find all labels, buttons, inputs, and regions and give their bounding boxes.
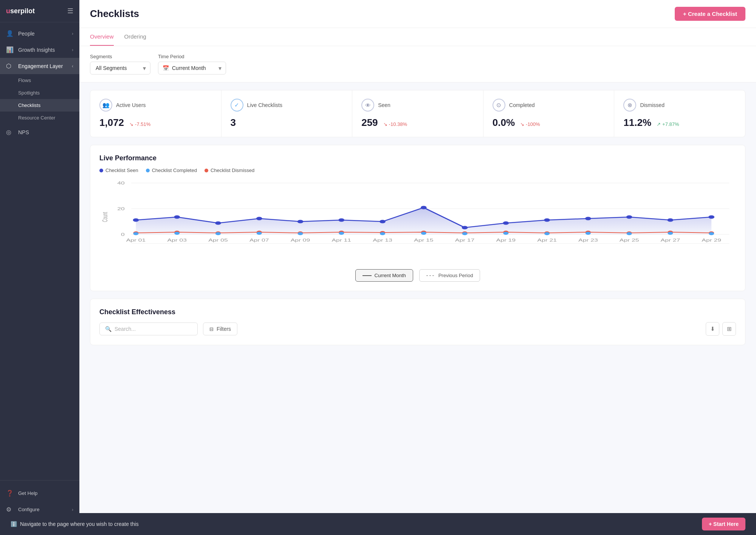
filters-row: Segments All Segments Time Period 📅 Curr… xyxy=(79,46,756,82)
effectiveness-section: Checklist Effectiveness 🔍 ⊟ Filters ⬇ ⊞ xyxy=(90,299,745,345)
seen-dot-3 xyxy=(256,217,262,220)
stat-change-active-users: ↘ -7.51% xyxy=(129,121,150,127)
seen-dot-13 xyxy=(667,219,673,222)
stat-card-seen: 👁 Seen 259 ↘ -10.38% xyxy=(352,90,483,137)
svg-text:Apr 07: Apr 07 xyxy=(249,238,269,242)
seen-dot-1 xyxy=(174,216,180,219)
sidebar-sub-flows[interactable]: Flows xyxy=(0,74,79,87)
search-icon: 🔍 xyxy=(105,326,112,332)
sidebar-item-label-engagement: Engagement Layer xyxy=(18,63,63,69)
seen-icon: 👁 xyxy=(361,99,374,112)
completed-dot-6 xyxy=(380,232,385,235)
stat-change-completed: ↘ -100% xyxy=(520,121,540,127)
sidebar-sub-label-flows: Flows xyxy=(18,78,31,83)
sidebar-item-get-help[interactable]: ❓ Get Help xyxy=(0,485,79,501)
tab-overview[interactable]: Overview xyxy=(90,28,114,46)
live-checklists-icon: ✓ xyxy=(231,99,243,112)
current-month-line-icon xyxy=(363,275,372,276)
tabs-bar: Overview Ordering xyxy=(79,28,756,46)
chart-legend: Checklist Seen Checklist Completed Check… xyxy=(99,167,736,173)
segments-filter-group: Segments All Segments xyxy=(90,54,150,74)
completed-dot-10 xyxy=(544,232,550,235)
seen-area-fill xyxy=(136,208,711,234)
sidebar-item-label-growth: Growth Insights xyxy=(18,47,55,53)
sidebar-item-growth-insights[interactable]: 📊 Growth Insights › xyxy=(0,42,79,58)
stat-name-live-checklists: Live Checklists xyxy=(247,102,282,108)
svg-text:Apr 21: Apr 21 xyxy=(537,238,557,242)
trend-down-icon-seen: ↘ xyxy=(383,121,387,127)
previous-period-label: Previous Period xyxy=(438,273,473,278)
stat-header-dismissed: ⊗ Dismissed xyxy=(623,99,736,112)
stat-card-live-checklists: ✓ Live Checklists 3 xyxy=(222,90,353,137)
sidebar-item-nps[interactable]: ◎ NPS xyxy=(0,124,79,140)
logo-u: u xyxy=(6,7,10,15)
legend-seen: Checklist Seen xyxy=(99,167,138,173)
segments-select-wrapper: All Segments xyxy=(90,62,150,74)
legend-label-dismissed: Checklist Dismissed xyxy=(211,167,254,173)
stat-value-active-users: 1,072 xyxy=(99,117,124,129)
tab-ordering[interactable]: Ordering xyxy=(124,28,146,46)
seen-dot-11 xyxy=(585,217,591,220)
growth-insights-icon: 📊 xyxy=(6,46,14,53)
chevron-right-icon-growth: › xyxy=(72,47,73,53)
chevron-right-configure-icon: › xyxy=(72,507,73,512)
svg-text:40: 40 xyxy=(117,181,125,185)
topbar: Checklists + Create a Checklist xyxy=(79,0,756,28)
svg-text:Apr 11: Apr 11 xyxy=(332,238,351,242)
help-icon: ❓ xyxy=(6,490,14,497)
seen-dot-10 xyxy=(544,219,550,222)
stats-row: 👥 Active Users 1,072 ↘ -7.51% ✓ Live Che… xyxy=(90,90,745,137)
completed-dot-1 xyxy=(174,232,180,235)
legend-dismissed: Checklist Dismissed xyxy=(204,167,254,173)
sidebar-item-engagement-layer[interactable]: ⬡ Engagement Layer ‹ xyxy=(0,58,79,74)
completed-dot-7 xyxy=(421,232,426,235)
sidebar-sub-checklists[interactable]: Checklists xyxy=(0,99,79,112)
bottom-bar: ℹ️ Navigate to the page where you wish t… xyxy=(0,513,756,535)
trend-down-icon-users: ↘ xyxy=(129,121,133,127)
download-button[interactable]: ⬇ xyxy=(706,322,719,336)
seen-dot-2 xyxy=(215,222,221,225)
svg-text:Apr 23: Apr 23 xyxy=(578,238,598,242)
completed-icon: ⊙ xyxy=(493,99,505,112)
download-icon: ⬇ xyxy=(710,326,715,332)
main-content: Checklists + Create a Checklist Overview… xyxy=(79,0,756,535)
grid-view-button[interactable]: ⊞ xyxy=(722,322,736,336)
sidebar-item-label-nps: NPS xyxy=(18,129,29,135)
time-period-filter-group: Time Period 📅 Current Month ▾ xyxy=(158,54,226,74)
segments-select[interactable]: All Segments xyxy=(90,62,150,74)
stat-bottom-completed: 0.0% ↘ -100% xyxy=(493,117,605,129)
logo-text: userpilot xyxy=(6,7,35,15)
search-input[interactable] xyxy=(115,326,192,332)
legend-label-completed: Checklist Completed xyxy=(152,167,197,173)
content-area: Overview Ordering Segments All Segments … xyxy=(79,28,756,535)
completed-dot-4 xyxy=(297,232,303,235)
sidebar-toggle-icon[interactable]: ☰ xyxy=(67,7,73,15)
sidebar-sub-resource-center[interactable]: Resource Center xyxy=(0,112,79,124)
create-checklist-button[interactable]: + Create a Checklist xyxy=(675,7,745,21)
page-title: Checklists xyxy=(90,8,139,20)
time-period-select[interactable]: Current Month xyxy=(158,62,226,74)
chevron-down-icon: ‹ xyxy=(72,64,73,69)
seen-dot-14 xyxy=(708,216,714,219)
stat-name-completed: Completed xyxy=(509,102,535,108)
start-here-button[interactable]: + Start Here xyxy=(702,518,745,530)
configure-icon: ⚙ xyxy=(6,506,14,513)
sidebar-nav: 👤 People › 📊 Growth Insights › ⬡ Engagem… xyxy=(0,22,79,480)
legend-completed: Checklist Completed xyxy=(146,167,197,173)
stat-card-active-users: 👥 Active Users 1,072 ↘ -7.51% xyxy=(90,90,222,137)
chart-section: Live Performance Checklist Seen Checklis… xyxy=(90,145,745,291)
current-month-label: Current Month xyxy=(375,273,406,278)
seen-dot-8 xyxy=(462,226,468,230)
stat-header-live-checklists: ✓ Live Checklists xyxy=(231,99,343,112)
trend-up-icon-dismissed: ↗ xyxy=(657,121,661,127)
sidebar-item-people[interactable]: 👤 People › xyxy=(0,25,79,42)
legend-label-seen: Checklist Seen xyxy=(105,167,138,173)
current-month-button[interactable]: Current Month xyxy=(355,269,413,282)
stat-header-active-users: 👥 Active Users xyxy=(99,99,212,112)
sidebar-sub-spotlights[interactable]: Spotlights xyxy=(0,87,79,99)
people-icon: 👤 xyxy=(6,30,14,37)
filters-button[interactable]: ⊟ Filters xyxy=(203,323,237,335)
stat-change-dismissed: ↗ +7.87% xyxy=(657,121,679,127)
previous-period-button[interactable]: Previous Period xyxy=(419,269,480,282)
engagement-icon: ⬡ xyxy=(6,62,14,70)
